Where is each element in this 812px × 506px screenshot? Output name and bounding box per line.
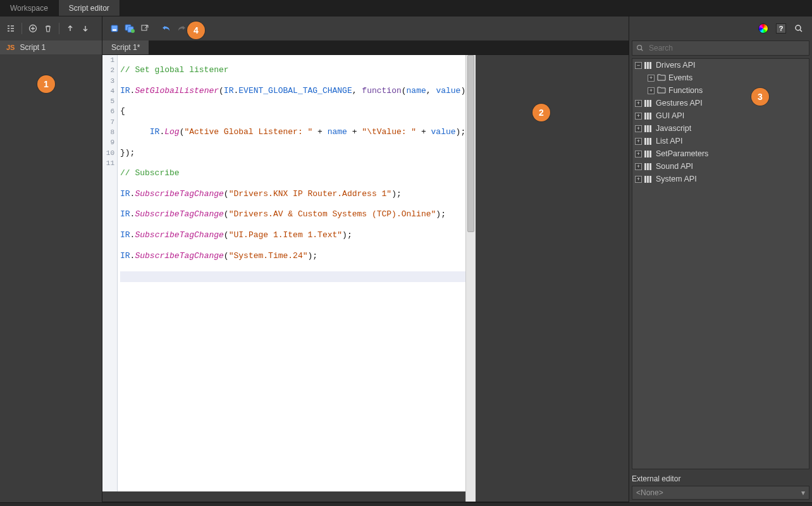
callout-2: 2 (532, 104, 550, 121)
code-body[interactable]: // Set global listener IR.SetGlobalListe… (118, 55, 465, 491)
color-picker-icon[interactable] (756, 22, 770, 35)
folder-icon (657, 86, 666, 96)
redo-button[interactable] (175, 22, 188, 35)
api-node-label: Gestures API (656, 99, 703, 108)
script-list-item[interactable]: JS Script 1 (0, 40, 102, 54)
callout-4: 4 (187, 22, 205, 39)
scrollbar-thumb[interactable] (467, 55, 474, 232)
api-node-drivers-events[interactable]: + Events (632, 71, 809, 84)
api-icon (644, 113, 653, 120)
api-node-gui[interactable]: + GUI API (632, 109, 809, 122)
expand-icon[interactable]: + (635, 125, 642, 132)
api-node-label: List API (656, 137, 682, 145)
svg-rect-6 (142, 25, 147, 30)
left-toolbar (0, 16, 102, 40)
api-icon (644, 62, 653, 69)
tree-mode-icon[interactable] (4, 22, 18, 35)
move-up-button[interactable] (63, 22, 77, 35)
expand-icon[interactable]: + (648, 75, 655, 82)
code-editor[interactable]: 1 2 3 4 5 6 7 8 9 10 11 // Set global li… (102, 55, 465, 491)
center-panel: Script 1* 1 2 3 4 5 6 7 8 9 10 11 // Set… (102, 16, 629, 502)
external-editor-label: External editor (632, 474, 809, 483)
add-button[interactable] (26, 22, 40, 35)
external-editor-section: External editor <None> ▾ (632, 474, 809, 500)
script-name: Script 1 (20, 43, 46, 52)
api-node-drivers-functions[interactable]: + Functions (632, 84, 809, 97)
api-node-label: Sound API (656, 162, 693, 171)
svg-point-5 (131, 29, 135, 33)
api-icon (644, 125, 653, 132)
api-node-drivers[interactable]: − Drivers API (632, 59, 809, 71)
status-bar (0, 502, 812, 506)
toolbar-separator (59, 23, 59, 34)
expand-icon[interactable]: + (635, 151, 642, 157)
svg-point-7 (796, 25, 801, 30)
undo-button[interactable] (159, 22, 173, 35)
move-down-button[interactable] (78, 22, 92, 35)
search-icon[interactable] (792, 22, 806, 35)
api-node-label: Events (668, 73, 692, 82)
external-editor-value: <None> (636, 488, 663, 497)
api-icon (644, 176, 653, 183)
magnifier-icon (636, 44, 644, 52)
document-tab-strip: Script 1* (102, 40, 629, 54)
api-node-label: System API (656, 175, 697, 183)
delete-button[interactable] (41, 22, 55, 35)
chevron-down-icon: ▾ (801, 488, 805, 497)
script-list: JS Script 1 (0, 40, 102, 502)
expand-icon[interactable]: + (635, 138, 642, 145)
right-toolbar: ? (629, 16, 812, 40)
api-node-system[interactable]: + System API (632, 173, 809, 185)
api-node-sound[interactable]: + Sound API (632, 160, 809, 173)
save-all-button[interactable] (123, 22, 137, 35)
api-search-box[interactable] (632, 40, 809, 56)
svg-point-8 (637, 46, 642, 50)
document-tab[interactable]: Script 1* (102, 40, 149, 54)
api-icon (644, 100, 653, 107)
api-node-setparameters[interactable]: + SetParameters (632, 147, 809, 160)
app-tab-strip: Workspace Script editor (0, 0, 812, 16)
save-button[interactable] (108, 22, 121, 35)
right-panel: ? − Drivers API + Events + (629, 16, 812, 502)
expand-icon[interactable]: + (635, 100, 642, 107)
popout-button[interactable] (138, 22, 152, 35)
collapse-icon[interactable]: − (635, 62, 642, 69)
expand-icon[interactable]: + (635, 176, 642, 183)
editor-toolbar (102, 16, 629, 40)
api-search-input[interactable] (648, 43, 805, 53)
callout-1: 1 (37, 75, 55, 93)
folder-icon (657, 73, 666, 83)
callout-3: 3 (751, 88, 769, 106)
api-node-label: SetParameters (656, 149, 708, 158)
api-node-javascript[interactable]: + Javascript (632, 122, 809, 135)
line-number-gutter: 1 2 3 4 5 6 7 8 9 10 11 (102, 55, 118, 491)
expand-icon[interactable]: + (635, 163, 642, 170)
tab-workspace[interactable]: Workspace (0, 0, 59, 16)
current-line (120, 271, 465, 281)
expand-icon[interactable]: + (635, 113, 642, 120)
toolbar-separator (22, 23, 22, 34)
editor-container: 1 2 3 4 5 6 7 8 9 10 11 // Set global li… (102, 54, 629, 502)
api-node-label: GUI API (656, 111, 684, 120)
help-icon[interactable]: ? (774, 22, 788, 35)
external-editor-select[interactable]: <None> ▾ (632, 486, 809, 500)
vertical-scrollbar[interactable] (465, 55, 476, 502)
api-icon (644, 138, 653, 145)
api-node-label: Javascript (656, 124, 691, 133)
svg-rect-2 (113, 29, 116, 31)
api-node-label: Drivers API (656, 61, 696, 70)
api-node-list[interactable]: + List API (632, 135, 809, 147)
main-layout: JS Script 1 Script 1* (0, 16, 812, 502)
js-badge-icon: JS (6, 44, 15, 51)
expand-icon[interactable]: + (648, 87, 655, 94)
api-icon (644, 151, 653, 157)
tab-script-editor[interactable]: Script editor (59, 0, 120, 16)
api-node-gestures[interactable]: + Gestures API (632, 97, 809, 109)
api-tree[interactable]: − Drivers API + Events + Functions + (632, 58, 809, 469)
api-icon (644, 163, 653, 170)
api-node-label: Functions (668, 86, 703, 95)
